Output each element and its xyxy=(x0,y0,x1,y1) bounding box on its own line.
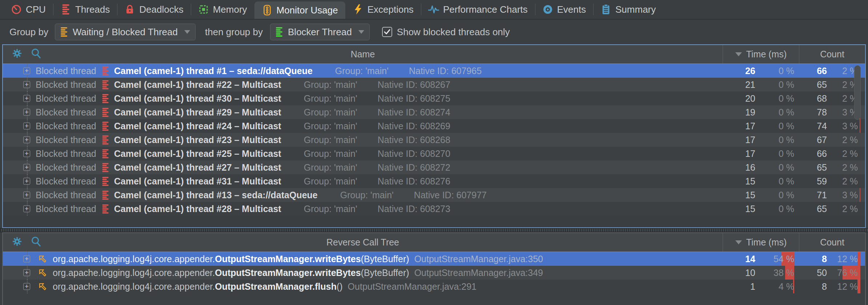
thread-native-id: Native ID: 608269 xyxy=(378,121,450,131)
numeric-cell: 3 % xyxy=(832,188,865,202)
numeric-cell: 0 % xyxy=(759,92,799,105)
search-icon[interactable] xyxy=(31,236,41,249)
group-by-label: Group by xyxy=(9,27,48,38)
thread-row[interactable]: + Blocked thread Camel (camel-1) thread … xyxy=(3,188,865,202)
group-by-first-value: Waiting / Blocked Thread xyxy=(73,27,178,38)
thread-group: Group: 'main' xyxy=(304,80,357,90)
expand-plus-icon[interactable]: + xyxy=(23,123,30,130)
thread-native-id: Native ID: 608267 xyxy=(378,80,450,90)
expand-plus-icon[interactable]: + xyxy=(23,109,30,116)
thread-name: Camel (camel-1) thread #29 – Multicast xyxy=(114,107,281,118)
method-name: OutputStreamManager.writeBytes xyxy=(215,268,361,278)
expand-plus-icon[interactable]: + xyxy=(23,95,30,102)
method-signature: () xyxy=(337,281,343,292)
expand-plus-icon[interactable]: + xyxy=(23,178,30,185)
numeric-cell: 65 xyxy=(799,78,832,92)
numeric-cell: 2 % xyxy=(832,202,865,216)
memory-icon xyxy=(198,4,209,15)
expand-plus-icon[interactable]: + xyxy=(23,68,30,74)
expand-plus-icon[interactable]: + xyxy=(23,81,30,88)
tab-memory[interactable]: Memory xyxy=(191,0,254,19)
panel-splitter-handle[interactable] xyxy=(0,228,868,232)
threads-icon xyxy=(60,4,71,15)
thread-name: Camel (camel-1) thread #22 – Multicast xyxy=(114,80,281,90)
count-column-header[interactable]: Count xyxy=(799,45,865,64)
thread-native-id: Native ID: 607977 xyxy=(414,190,487,200)
count-column-header[interactable]: Count xyxy=(799,233,865,252)
thread-row[interactable]: + Blocked thread Camel (camel-1) thread … xyxy=(3,105,865,119)
thread-group: Group: 'main' xyxy=(304,176,357,187)
tab-label: Monitor Usage xyxy=(277,5,338,16)
percent-bar xyxy=(860,119,860,133)
expand-plus-icon[interactable]: + xyxy=(23,192,30,199)
show-blocked-threads-checkbox[interactable] xyxy=(382,27,392,37)
count-header-label: Count xyxy=(820,237,844,248)
settings-gear-icon[interactable] xyxy=(12,236,23,249)
thread-name-cell: Blocked thread Camel (camel-1) thread #2… xyxy=(3,162,723,173)
call-tree-row[interactable]: + org.apache.logging.log4j.core.appender… xyxy=(3,266,865,280)
group-by-first-dropdown[interactable]: Waiting / Blocked Thread xyxy=(55,24,196,40)
call-tree-row[interactable]: + org.apache.logging.log4j.core.appender… xyxy=(3,280,865,293)
time-column-header[interactable]: Time (ms) xyxy=(723,233,799,252)
search-icon[interactable] xyxy=(31,48,41,61)
thread-name-cell: Blocked thread Camel (camel-1) thread #1… xyxy=(3,190,723,200)
call-tree-row[interactable]: + org.apache.logging.log4j.core.appender… xyxy=(3,252,865,266)
blocked-thread-label: Blocked thread xyxy=(36,80,96,90)
numeric-cell: 65 xyxy=(799,202,832,216)
expand-plus-icon[interactable]: + xyxy=(23,206,30,212)
tab-cpu[interactable]: CPU xyxy=(4,0,53,19)
vertical-scrollbar-thumb[interactable] xyxy=(854,65,861,120)
expand-plus-icon[interactable]: + xyxy=(23,150,30,157)
tab-threads[interactable]: Threads xyxy=(53,0,117,19)
package-name: org.apache.logging.log4j.core.appender. xyxy=(53,254,215,264)
tab-label: Performance Charts xyxy=(443,4,528,15)
thread-row[interactable]: + Blocked thread Camel (camel-1) thread … xyxy=(3,160,865,174)
thread-row[interactable]: + Blocked thread Camel (camel-1) thread … xyxy=(3,202,865,216)
package-name: org.apache.logging.log4j.core.appender. xyxy=(53,268,215,278)
numeric-cell: 17 xyxy=(723,133,759,147)
tab-monitor-usage[interactable]: Monitor Usage xyxy=(254,1,345,19)
tab-label: Exceptions xyxy=(367,4,414,15)
tab-summary[interactable]: Summary xyxy=(593,0,663,19)
group-by-second-dropdown[interactable]: Blocker Thread xyxy=(270,24,370,40)
chevron-down-icon xyxy=(358,30,364,34)
tab-exceptions[interactable]: Exceptions xyxy=(345,0,421,19)
tab-performance-charts[interactable]: Performance Charts xyxy=(421,0,535,19)
numeric-cell: 15 xyxy=(723,174,759,188)
name-column-header[interactable]: Name xyxy=(3,45,723,64)
blocked-thread-state-icon xyxy=(101,176,109,186)
thread-native-id: Native ID: 608272 xyxy=(378,162,450,173)
numeric-cell: 0 % xyxy=(759,160,799,174)
expand-plus-icon[interactable]: + xyxy=(23,269,30,276)
chevron-down-icon xyxy=(184,30,190,34)
expand-plus-icon[interactable]: + xyxy=(23,256,30,263)
count-header-label: Count xyxy=(820,49,844,60)
numeric-cell: 12 % xyxy=(832,280,865,293)
thread-row[interactable]: + Blocked thread Camel (camel-1) thread … xyxy=(3,119,865,133)
tab-events[interactable]: Events xyxy=(535,0,594,19)
source-location: OutputStreamManager.java:291 xyxy=(348,281,477,292)
time-header-label: Time (ms) xyxy=(746,237,787,248)
thread-row[interactable]: + Blocked thread Camel (camel-1) thread … xyxy=(3,78,865,92)
thread-row[interactable]: + Blocked thread Camel (camel-1) thread … xyxy=(3,64,865,78)
numeric-cell: 76 % xyxy=(832,266,865,280)
thread-row[interactable]: + Blocked thread Camel (camel-1) thread … xyxy=(3,133,865,147)
thread-row[interactable]: + Blocked thread Camel (camel-1) thread … xyxy=(3,174,865,188)
blocked-thread-label: Blocked thread xyxy=(36,121,96,131)
monitor-usage-icon xyxy=(262,5,273,16)
thread-row[interactable]: + Blocked thread Camel (camel-1) thread … xyxy=(3,92,865,105)
numeric-cell: 14 xyxy=(723,252,759,266)
numeric-cell: 0 % xyxy=(759,147,799,160)
time-column-header[interactable]: Time (ms) xyxy=(723,45,799,64)
expand-plus-icon[interactable]: + xyxy=(23,137,30,143)
call-tree-title-header[interactable]: Reverse Call Tree xyxy=(3,233,723,252)
expand-plus-icon[interactable]: + xyxy=(23,164,30,171)
numeric-cell: 0 % xyxy=(759,174,799,188)
thread-row[interactable]: + Blocked thread Camel (camel-1) thread … xyxy=(3,147,865,160)
tab-deadlocks[interactable]: Deadlocks xyxy=(117,0,190,19)
thread-name: Camel (camel-1) thread #25 – Multicast xyxy=(114,149,281,159)
numeric-cell: 2 % xyxy=(832,147,865,160)
settings-gear-icon[interactable] xyxy=(12,48,23,61)
expand-plus-icon[interactable]: + xyxy=(23,283,30,290)
numeric-cell: 8 xyxy=(799,280,832,293)
